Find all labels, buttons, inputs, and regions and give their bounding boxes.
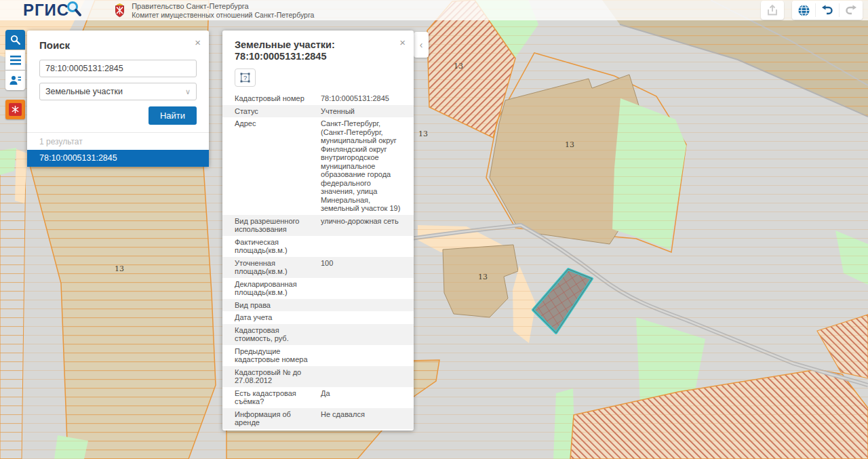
details-panel-title: Земельные участки: 78:10:0005131:2845 <box>222 31 414 65</box>
detail-value <box>321 280 406 297</box>
detail-row: Уточненная площадь(кв.м.) 100 <box>222 257 414 278</box>
detail-label: Предыдущие кадастровые номера <box>235 347 317 364</box>
find-button[interactable]: Найти <box>149 106 197 125</box>
language-globe-button[interactable] <box>792 1 815 20</box>
detail-label: Кадастровый № до 27.08.2012 <box>235 368 317 385</box>
spb-coat-of-arms-icon <box>114 3 125 18</box>
map-nav-group <box>792 1 863 20</box>
detail-row: Статус Учтенный <box>222 105 414 118</box>
detail-value <box>321 347 406 364</box>
detail-label: Статус <box>235 107 317 116</box>
detail-value: Не сдавался <box>321 410 406 427</box>
detail-label: Дата учета <box>235 313 317 322</box>
search-category-value: Земельные участки <box>45 87 123 96</box>
detail-value: 78:10:0005131:2845 <box>321 94 406 103</box>
detail-label: Адрес <box>235 119 317 213</box>
undo-arrow-icon <box>821 5 834 16</box>
search-results-list: 78:10:0005131:2845 <box>27 150 209 167</box>
redo-button[interactable] <box>840 1 863 20</box>
detail-row: Предыдущие кадастровые номера <box>222 345 414 366</box>
logo-text: РГИС <box>23 0 69 20</box>
export-button[interactable] <box>761 1 784 20</box>
close-icon[interactable]: × <box>195 37 201 47</box>
detail-value: улично-дорожная сеть <box>321 217 406 234</box>
gov-line1: Правительство Санкт-Петербурга <box>132 2 314 11</box>
search-result-item[interactable]: 78:10:0005131:2845 <box>27 150 209 167</box>
details-table: Кадастровый номер 78:10:0005131:2845 Ста… <box>222 92 414 429</box>
sidebar-legend-button[interactable] <box>5 71 25 90</box>
detail-value <box>321 313 406 322</box>
detail-row: Декларированная площадь(кв.м.) <box>222 278 414 299</box>
close-icon[interactable]: × <box>399 37 406 47</box>
collapse-panel-button[interactable]: ‹ <box>414 32 429 58</box>
search-panel: Поиск × Земельные участки ∨ Найти 1 резу… <box>27 31 209 167</box>
chevron-down-icon: ∨ <box>185 83 191 100</box>
identify-question-icon: ? <box>239 72 251 83</box>
detail-label: Информация об аренде <box>235 410 317 427</box>
detail-row: Адрес Санкт-Петербург, (Санкт-Петербург,… <box>222 117 414 215</box>
svg-text:?: ? <box>243 74 247 81</box>
detail-label: Уточненная площадь(кв.м.) <box>235 259 317 276</box>
sidebar-search-button[interactable] <box>5 30 25 49</box>
detail-label: Кадастровая стоимость, руб. <box>235 326 317 343</box>
search-icon <box>9 34 21 45</box>
detail-value <box>321 238 406 255</box>
detail-row: Кадастровый № до 27.08.2012 <box>222 366 414 387</box>
logo-magnifier-icon <box>65 0 83 18</box>
menu-icon <box>10 56 21 65</box>
search-panel-title: Поиск <box>27 31 209 58</box>
detail-row: Кадастровая стоимость, руб. <box>222 324 414 345</box>
spb-emblem-icon <box>9 103 22 116</box>
government-block: Правительство Санкт-Петербурга Комитет и… <box>114 2 314 19</box>
detail-label: Кадастровый номер <box>235 94 317 103</box>
detail-value: Санкт-Петербург, (Санкт-Петербург, муниц… <box>321 119 406 213</box>
gov-line2: Комитет имущественных отношений Санкт-Пе… <box>132 11 314 19</box>
tool-sidebar <box>5 30 25 120</box>
detail-value <box>321 368 406 385</box>
globe-icon <box>797 4 810 17</box>
person-list-icon <box>9 75 21 85</box>
top-bar: РГИС Правительство Санкт-Петербурга Коми… <box>0 0 868 20</box>
detail-value <box>321 326 406 343</box>
detail-row: Информация об аренде Не сдавался <box>222 408 414 429</box>
undo-button[interactable] <box>816 1 839 20</box>
parcel-details-panel: Земельные участки: 78:10:0005131:2845 × … <box>222 31 414 431</box>
detail-row: Есть кадастровая съёмка? Да <box>222 387 414 408</box>
rgis-logo[interactable]: РГИС <box>23 0 83 20</box>
detail-row: Вид разрешенного использования улично-до… <box>222 215 414 236</box>
upload-icon <box>767 4 778 16</box>
sidebar-emblem-button[interactable] <box>5 100 25 119</box>
detail-value: 100 <box>321 259 406 276</box>
detail-row: Дата учета <box>222 311 414 324</box>
search-input[interactable] <box>39 60 197 77</box>
search-category-select[interactable]: Земельные участки ∨ <box>39 83 197 100</box>
detail-value: Учтенный <box>321 107 406 116</box>
detail-value <box>321 301 406 310</box>
detail-label: Вид права <box>235 301 317 310</box>
detail-row: Фактическая площадь(кв.м.) <box>222 236 414 257</box>
detail-row: Кадастровый номер 78:10:0005131:2845 <box>222 92 414 105</box>
detail-value: Да <box>321 389 406 406</box>
redo-arrow-icon <box>844 5 858 16</box>
detail-label: Есть кадастровая съёмка? <box>235 389 317 406</box>
detail-label: Вид разрешенного использования <box>235 217 317 234</box>
detail-label: Фактическая площадь(кв.м.) <box>235 238 317 255</box>
detail-row: Вид права <box>222 299 414 312</box>
identify-tool-button[interactable]: ? <box>235 68 256 87</box>
results-count: 1 результат <box>27 132 209 150</box>
sidebar-layers-button[interactable] <box>5 50 25 70</box>
detail-label: Декларированная площадь(кв.м.) <box>235 280 317 297</box>
